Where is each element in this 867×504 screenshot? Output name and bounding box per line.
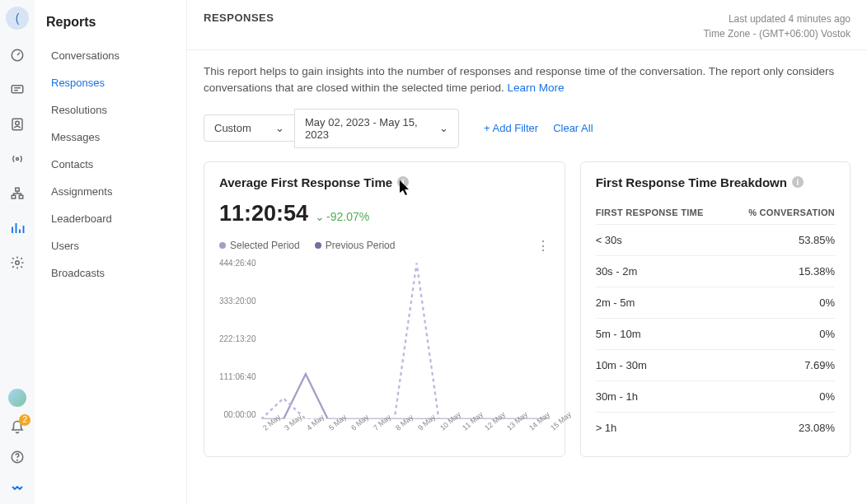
svg-point-10: [17, 460, 18, 460]
svg-rect-7: [19, 195, 23, 198]
breakdown-card: First Response Time Breakdown i FIRST RE…: [580, 161, 851, 457]
breakdown-row: > 1h23.08%: [596, 412, 835, 443]
main-header: RESPONSES Last updated 4 minutes ago Tim…: [187, 0, 867, 50]
svg-point-8: [16, 261, 20, 265]
sidebar-item-conversations[interactable]: Conversations: [46, 43, 175, 68]
avg-response-card: Average First Response Time i 11:20:54 ⌄…: [204, 161, 565, 457]
user-avatar[interactable]: [8, 389, 26, 407]
caret-down-icon: ⌄: [315, 210, 325, 223]
breakdown-row: 30s - 2m15.38%: [596, 255, 835, 287]
sidebar-item-messages[interactable]: Messages: [46, 124, 175, 150]
svg-point-3: [16, 121, 20, 125]
chevron-down-icon: ⌄: [275, 122, 284, 134]
legend-selected: Selected Period: [219, 240, 300, 251]
sidebar-item-leaderboard[interactable]: Leaderboard: [46, 206, 175, 231]
svg-rect-1: [12, 86, 23, 93]
dashboard-icon[interactable]: [8, 46, 26, 64]
organization-icon[interactable]: [8, 184, 26, 203]
col-header-pct: % CONVERSATION: [748, 208, 835, 217]
card-menu-icon[interactable]: ⋮: [537, 238, 550, 254]
help-icon[interactable]: [8, 448, 26, 466]
clear-all-button[interactable]: Clear All: [553, 122, 593, 134]
learn-more-link[interactable]: Learn More: [507, 82, 564, 94]
filter-bar: Custom ⌄ May 02, 2023 - May 15, 2023 ⌄ +…: [204, 109, 851, 148]
add-filter-button[interactable]: + Add Filter: [484, 122, 538, 134]
last-updated: Last updated 4 minutes ago: [703, 12, 851, 26]
sidebar-item-users[interactable]: Users: [46, 233, 175, 259]
svg-rect-5: [16, 188, 20, 191]
breakdown-row: 2m - 5m0%: [596, 287, 835, 318]
chat-icon[interactable]: [8, 81, 26, 99]
sidebar-item-broadcasts[interactable]: Broadcasts: [46, 260, 175, 286]
sidebar-item-contacts[interactable]: Contacts: [46, 152, 175, 177]
broadcast-icon[interactable]: [8, 150, 26, 168]
breakdown-row: < 30s53.85%: [596, 224, 835, 255]
sidebar: Reports ConversationsResponsesResolution…: [35, 0, 187, 504]
svg-point-4: [16, 158, 19, 161]
settings-icon[interactable]: [8, 254, 26, 272]
card-title: First Response Time Breakdown: [596, 175, 787, 189]
svg-rect-6: [12, 195, 16, 198]
breakdown-row: 5m - 10m0%: [596, 318, 835, 349]
col-header-time: FIRST RESPONSE TIME: [596, 208, 704, 217]
logo-icon[interactable]: [8, 478, 26, 496]
date-range-select[interactable]: May 02, 2023 - May 15, 2023 ⌄: [294, 109, 459, 148]
stat-delta: ⌄ -92.07%: [315, 210, 369, 223]
breakdown-row: 30m - 1h0%: [596, 380, 835, 412]
workspace-avatar[interactable]: (: [6, 7, 29, 30]
response-time-chart: 444:26:40333:20:00222:13:20111:06:4000:0…: [219, 259, 550, 440]
sidebar-item-resolutions[interactable]: Resolutions: [46, 97, 175, 123]
report-description: This report helps to gain insights into …: [204, 63, 851, 97]
legend-previous: Previous Period: [315, 240, 396, 251]
notifications-icon[interactable]: 2: [8, 418, 26, 436]
contacts-icon[interactable]: [8, 115, 26, 133]
icon-rail: ( 2: [0, 0, 35, 504]
info-icon[interactable]: i: [792, 176, 804, 188]
chevron-down-icon: ⌄: [439, 122, 448, 134]
reports-icon[interactable]: [8, 219, 26, 237]
breakdown-row: 10m - 30m7.69%: [596, 349, 835, 380]
stat-value: 11:20:54: [219, 201, 308, 226]
card-title: Average First Response Time: [219, 175, 392, 189]
notifications-badge: 2: [19, 414, 30, 426]
sidebar-item-responses[interactable]: Responses: [46, 70, 175, 96]
page-title: RESPONSES: [204, 12, 274, 24]
sidebar-title: Reports: [46, 15, 175, 30]
timezone: Time Zone - (GMT+06:00) Vostok: [703, 26, 851, 41]
sidebar-item-assignments[interactable]: Assignments: [46, 179, 175, 204]
info-icon[interactable]: i: [397, 176, 409, 188]
date-preset-select[interactable]: Custom ⌄: [204, 114, 294, 142]
